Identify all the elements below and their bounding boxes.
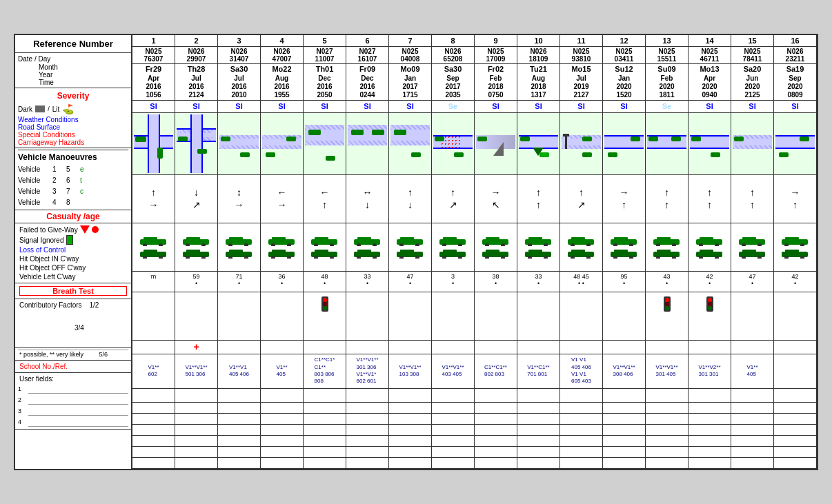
user-field-cell-4-1[interactable] <box>132 458 175 469</box>
diagram-cell-7 <box>389 113 431 175</box>
user-field-cell-1-10[interactable] <box>517 425 559 436</box>
user-field-cell-2-10[interactable] <box>517 436 559 447</box>
svg-rect-69 <box>486 250 499 254</box>
user-field-cell-3-15[interactable] <box>731 447 773 458</box>
special-conditions-link[interactable]: Special Conditions <box>18 131 128 139</box>
uf4-field[interactable] <box>28 417 128 427</box>
user-field-cell-2-15[interactable] <box>731 436 773 447</box>
svg-rect-121 <box>785 237 799 241</box>
casualty-cell-7: 47• <box>389 272 431 292</box>
user-field-cell-2-3[interactable] <box>218 436 260 447</box>
user-field-cell-1-2[interactable] <box>175 425 217 436</box>
user-field-cell-3-5[interactable] <box>304 447 346 458</box>
user-field-cell-1-5[interactable] <box>304 425 346 436</box>
user-field-cell-3-14[interactable] <box>689 447 731 458</box>
user-field-cell-4-2[interactable] <box>175 458 217 469</box>
user-field-cell-3-4[interactable] <box>261 447 303 458</box>
data-col-3: N02631407Sa30Jul20162010SI ↕→ 71•V1**V1 … <box>218 47 261 468</box>
user-field-cell-4-4[interactable] <box>261 458 303 469</box>
user-field-cell-1-9[interactable] <box>475 425 517 436</box>
user-field-cell-2-6[interactable] <box>346 436 388 447</box>
uf3-field[interactable] <box>28 406 128 416</box>
contrib-cell-1-5: C1**C1* C1** 803 806 808 <box>304 354 346 389</box>
user-field-cell-2-7[interactable] <box>389 436 431 447</box>
user-field-cell-1-7[interactable] <box>389 425 431 436</box>
dark-icon <box>35 105 45 112</box>
user-field-cell-4-8[interactable] <box>432 458 474 469</box>
user-field-cell-4-12[interactable] <box>603 458 645 469</box>
user-field-cell-3-10[interactable] <box>517 447 559 458</box>
user-field-cell-4-10[interactable] <box>517 458 559 469</box>
user-field-cell-1-11[interactable] <box>560 425 602 436</box>
user-field-cell-1-14[interactable] <box>689 425 731 436</box>
vehicle-left-label: Vehicle Left C'way <box>19 273 75 281</box>
t-label: t <box>80 175 94 186</box>
carriageway-hazards-link[interactable]: Carriageway Hazards <box>18 139 128 146</box>
user-field-cell-3-8[interactable] <box>432 447 474 458</box>
casualty-cell-9: 38• <box>475 272 517 292</box>
vehicle-cell-4 <box>261 223 303 272</box>
col-number-5: 5 <box>304 35 346 46</box>
diagram-cell-3 <box>218 113 260 175</box>
user-field-cell-2-9[interactable] <box>475 436 517 447</box>
severity-cell-16: SI <box>774 101 816 113</box>
col-number-2: 2 <box>175 35 218 46</box>
user-field-cell-1-3[interactable] <box>218 425 260 436</box>
user-field-cell-3-12[interactable] <box>603 447 645 458</box>
breath-test-cell-2: + <box>175 341 217 354</box>
hit-object-in-label: Hit Object IN C'way <box>19 255 79 263</box>
user-field-cell-3-6[interactable] <box>346 447 388 458</box>
user-field-cell-4-16[interactable] <box>774 458 816 469</box>
user-field-cell-2-14[interactable] <box>689 436 731 447</box>
road-surface-link[interactable]: Road Surface <box>18 123 128 131</box>
user-field-cell-3-9[interactable] <box>475 447 517 458</box>
user-field-cell-3-2[interactable] <box>175 447 217 458</box>
severity-cell-6: SI <box>346 101 388 113</box>
user-field-cell-2-5[interactable] <box>304 436 346 447</box>
user-field-cell-1-16[interactable] <box>774 425 816 436</box>
user-field-cell-4-13[interactable] <box>646 458 688 469</box>
user-field-cell-2-1[interactable] <box>132 436 175 447</box>
user-field-cell-1-1[interactable] <box>132 425 175 436</box>
severity-cell-11: SI <box>560 101 602 113</box>
user-field-cell-1-4[interactable] <box>261 425 303 436</box>
user-field-cell-2-8[interactable] <box>432 436 474 447</box>
user-field-cell-1-6[interactable] <box>346 425 388 436</box>
user-field-cell-1-15[interactable] <box>731 425 773 436</box>
ref-cell-5: N02711007 <box>304 47 346 64</box>
user-field-cell-3-3[interactable] <box>218 447 260 458</box>
user-field-cell-3-7[interactable] <box>389 447 431 458</box>
user-field-cell-4-3[interactable] <box>218 458 260 469</box>
user-field-cell-4-7[interactable] <box>389 458 431 469</box>
user-field-cell-1-13[interactable] <box>646 425 688 436</box>
user-field-cell-3-16[interactable] <box>774 447 816 458</box>
user-field-cell-4-6[interactable] <box>346 458 388 469</box>
uf1-field[interactable] <box>28 384 128 394</box>
user-field-cell-1-8[interactable] <box>432 425 474 436</box>
user-field-cell-2-11[interactable] <box>560 436 602 447</box>
user-field-cell-2-4[interactable] <box>261 436 303 447</box>
user-field-cell-4-15[interactable] <box>731 458 773 469</box>
user-field-cell-3-1[interactable] <box>132 447 175 458</box>
user-field-cell-3-13[interactable] <box>646 447 688 458</box>
user-field-cell-2-12[interactable] <box>603 436 645 447</box>
user-field-cell-2-13[interactable] <box>646 436 688 447</box>
date-section: Date / Day Month Year Time <box>15 53 131 88</box>
breath-test-cell-1 <box>132 341 175 354</box>
manoeuvre-cell-11: ↑↗ <box>560 175 602 223</box>
user-field-cell-4-9[interactable] <box>475 458 517 469</box>
user-field-cell-4-14[interactable] <box>689 458 731 469</box>
user-field-cell-4-5[interactable] <box>304 458 346 469</box>
contrib-cell-2-1 <box>132 389 175 403</box>
user-field-cell-2-2[interactable] <box>175 436 217 447</box>
uf2-field[interactable] <box>28 395 128 405</box>
user-field-cell-1-12[interactable] <box>603 425 645 436</box>
user-field-cell-3-11[interactable] <box>560 447 602 458</box>
ref-cell-12: N02503411 <box>603 47 645 64</box>
user-field-cell-2-16[interactable] <box>774 436 816 447</box>
user-field-cell-4-11[interactable] <box>560 458 602 469</box>
svg-rect-73 <box>528 237 542 241</box>
weather-conditions-link[interactable]: Weather Conditions <box>18 116 128 123</box>
possible-cell-5 <box>304 403 346 414</box>
col-number-3: 3 <box>218 35 261 46</box>
